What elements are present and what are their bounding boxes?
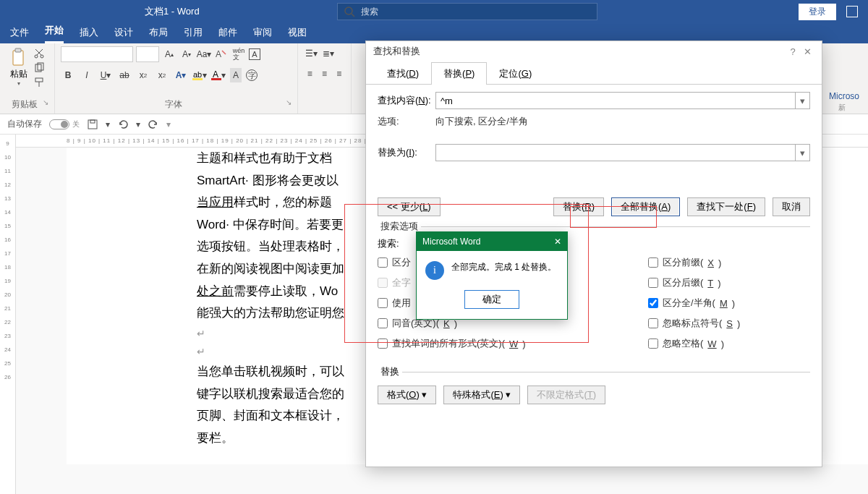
msgbox-ok-button[interactable]: 确定 xyxy=(464,290,519,309)
replace-legend: 替换 xyxy=(378,365,402,378)
chk-punct[interactable]: 忽略标点符号(S) xyxy=(648,317,810,330)
svg-text:A: A xyxy=(213,69,218,80)
less-button[interactable]: << 更少(L) xyxy=(378,197,441,216)
tab-view[interactable]: 视图 xyxy=(288,26,307,43)
group-clipboard-label: 剪贴板 xyxy=(12,99,38,109)
chk-prefix[interactable]: 区分前缀(X) xyxy=(648,256,810,269)
svg-point-0 xyxy=(345,7,352,14)
bullets-icon[interactable]: ☰▾ xyxy=(304,46,318,61)
find-next-button[interactable]: 查找下一处(F) xyxy=(687,197,765,216)
font-size-combo[interactable] xyxy=(136,46,159,62)
search-box[interactable]: 搜索 xyxy=(337,3,597,20)
superscript-icon[interactable]: x2 xyxy=(155,68,169,82)
msgbox-close-icon[interactable]: ✕ xyxy=(554,237,561,247)
dtab-replace[interactable]: 替换(P) xyxy=(431,62,487,85)
font-color-icon[interactable]: A▾ xyxy=(211,68,226,82)
char-shading-icon[interactable]: A xyxy=(230,68,242,82)
dialog-close-icon[interactable]: ✕ xyxy=(800,46,814,57)
replace-input[interactable] xyxy=(435,144,796,161)
dialog-help-icon[interactable]: ? xyxy=(786,46,800,57)
svg-point-4 xyxy=(35,55,38,58)
char-border-icon[interactable]: A xyxy=(249,48,260,60)
replace-button[interactable]: 替换(R) xyxy=(553,197,604,216)
copy-icon[interactable] xyxy=(33,62,45,74)
enclose-char-icon[interactable]: 字 xyxy=(246,69,258,81)
change-case-icon[interactable]: Aa▾ xyxy=(197,47,211,61)
svg-rect-15 xyxy=(211,78,221,80)
tab-home[interactable]: 开始 xyxy=(45,24,64,43)
cut-icon[interactable] xyxy=(33,48,45,59)
find-input[interactable]: ^m xyxy=(435,92,796,109)
title-bar: 文档1 - Word 搜索 登录 xyxy=(0,0,868,23)
numbering-icon[interactable]: ≣▾ xyxy=(321,46,336,61)
search-placeholder: 搜索 xyxy=(361,6,378,18)
subscript-icon[interactable]: x2 xyxy=(136,68,150,82)
format-button[interactable]: 格式(O) ▾ xyxy=(378,386,436,404)
text-effects-icon[interactable]: A▾ xyxy=(174,68,188,82)
svg-rect-10 xyxy=(35,78,43,82)
italic-icon[interactable]: I xyxy=(80,68,94,82)
replace-all-button[interactable]: 全部替换(A) xyxy=(611,197,680,216)
chk-space[interactable]: 忽略空格(W) xyxy=(648,337,810,350)
svg-rect-13 xyxy=(192,78,203,80)
svg-line-6 xyxy=(37,49,43,55)
shrink-font-icon[interactable]: A▾ xyxy=(179,47,194,61)
clear-format-icon[interactable]: A xyxy=(214,47,229,61)
save-icon[interactable] xyxy=(87,119,98,130)
tab-review[interactable]: 审阅 xyxy=(253,26,272,43)
highlight-icon[interactable]: ab▾ xyxy=(192,68,207,82)
svg-line-7 xyxy=(35,49,41,55)
align-right-icon[interactable]: ≡ xyxy=(333,67,345,81)
underline-icon[interactable]: U▾ xyxy=(98,68,113,82)
font-launcher-icon[interactable]: ↘ xyxy=(286,98,292,106)
group-clipboard: 粘贴 ▾ 剪贴板↘ xyxy=(0,43,55,114)
phonetic-icon[interactable]: wén文 xyxy=(231,47,246,61)
svg-rect-17 xyxy=(90,120,95,123)
find-label: 查找内容(N): xyxy=(378,94,435,107)
svg-rect-16 xyxy=(88,120,97,129)
no-format-button: 不限定格式(T) xyxy=(527,386,605,404)
format-painter-icon[interactable] xyxy=(33,77,45,88)
align-center-icon[interactable]: ≡ xyxy=(318,67,330,81)
strike-icon[interactable]: ab xyxy=(117,68,132,82)
paste-label: 粘贴 xyxy=(10,68,27,80)
ribbon-display-icon[interactable] xyxy=(846,6,858,17)
tab-layout[interactable]: 布局 xyxy=(149,26,168,43)
group-font: A▴ A▾ Aa▾ A wén文 A B I U▾ ab x2 x2 A▾ ab… xyxy=(55,43,298,114)
document-title: 文档1 - Word xyxy=(145,5,200,18)
grow-font-icon[interactable]: A▴ xyxy=(162,47,176,61)
search-icon xyxy=(344,6,355,17)
dtab-find[interactable]: 查找(D) xyxy=(375,62,431,85)
tab-mail[interactable]: 邮件 xyxy=(218,26,237,43)
message-box: Microsoft Word ✕ i 全部完成。完成 1 处替换。 确定 xyxy=(416,231,568,320)
dialog-tabs: 查找(D) 替换(P) 定位(G) xyxy=(366,61,822,85)
paste-button[interactable]: 粘贴 ▾ xyxy=(6,46,32,90)
replace-history-dropdown[interactable]: ▾ xyxy=(796,144,810,161)
chk-width[interactable]: 区分全/半角(M) xyxy=(648,297,810,310)
autosave-toggle[interactable] xyxy=(49,119,69,129)
font-name-combo[interactable] xyxy=(61,46,133,62)
style-name: Microso xyxy=(829,91,859,101)
cancel-button[interactable]: 取消 xyxy=(773,197,810,216)
msgbox-title: Microsoft Word xyxy=(422,237,480,247)
bold-icon[interactable]: B xyxy=(61,68,75,82)
align-left-icon[interactable]: ≡ xyxy=(304,67,315,81)
tab-file[interactable]: 文件 xyxy=(10,26,29,43)
login-button[interactable]: 登录 xyxy=(799,4,836,20)
find-history-dropdown[interactable]: ▾ xyxy=(796,92,810,109)
autosave-state: 关 xyxy=(72,119,80,129)
clipboard-launcher-icon[interactable]: ↘ xyxy=(43,98,48,106)
svg-text:ab: ab xyxy=(193,70,202,79)
chk-suffix[interactable]: 区分后缀(T) xyxy=(648,276,810,289)
options-value: 向下搜索, 区分全/半角 xyxy=(435,116,528,127)
special-button[interactable]: 特殊格式(E) ▾ xyxy=(443,386,520,404)
undo-icon[interactable] xyxy=(117,119,129,130)
dtab-goto[interactable]: 定位(G) xyxy=(487,62,544,85)
group-font-label: 字体 xyxy=(165,99,182,109)
chk-all-forms[interactable]: 查找单词的所有形式(英文)(W) xyxy=(378,337,540,350)
tab-references[interactable]: 引用 xyxy=(184,26,203,43)
tab-design[interactable]: 设计 xyxy=(114,26,133,43)
msgbox-text: 全部完成。完成 1 处替换。 xyxy=(451,261,556,273)
redo-icon[interactable] xyxy=(148,119,159,130)
tab-insert[interactable]: 插入 xyxy=(80,26,98,43)
